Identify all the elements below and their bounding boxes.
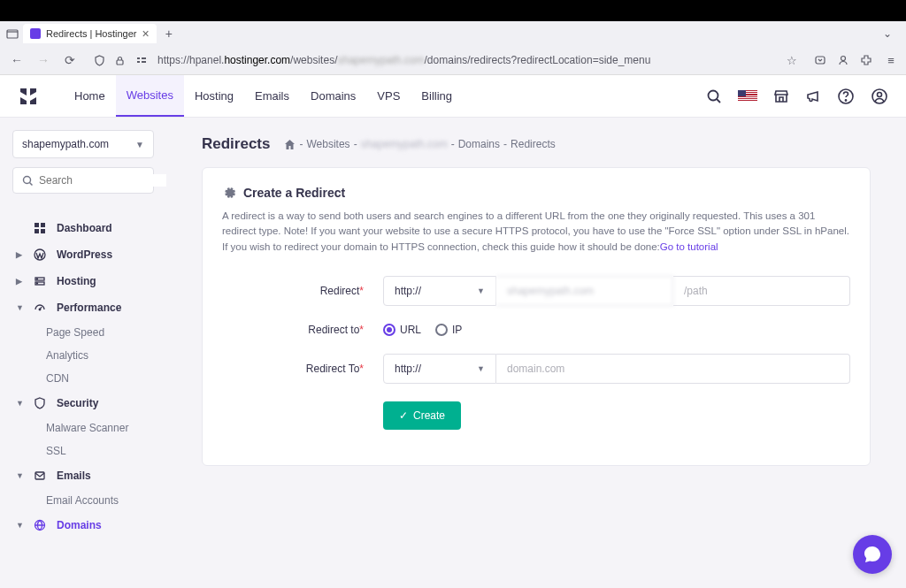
- nav-emails[interactable]: Emails: [244, 75, 300, 117]
- menu-icon[interactable]: ≡: [883, 54, 899, 67]
- redirect-label: Redirect*: [222, 285, 383, 297]
- svg-point-21: [37, 279, 38, 279]
- svg-point-23: [39, 309, 41, 310]
- dashboard-icon: [34, 222, 48, 234]
- hosting-icon: [34, 275, 48, 287]
- collapse-icon: ▼: [16, 521, 25, 530]
- redirect-path-input[interactable]: /path: [673, 276, 850, 306]
- svg-rect-1: [117, 60, 123, 65]
- new-tab-button[interactable]: +: [160, 27, 178, 41]
- svg-point-10: [845, 99, 846, 100]
- bookmark-icon[interactable]: ☆: [784, 54, 800, 67]
- radio-url[interactable]: URL: [383, 324, 421, 336]
- profile-icon[interactable]: [871, 88, 888, 105]
- performance-icon: [34, 302, 48, 314]
- create-redirect-card: Create a Redirect A redirect is a way to…: [202, 167, 871, 466]
- redirect-domain-input[interactable]: shapemypath.com: [496, 276, 673, 306]
- wordpress-icon: [34, 248, 48, 261]
- search-icon[interactable]: [706, 88, 722, 104]
- permissions-icon[interactable]: [136, 55, 152, 65]
- svg-rect-2: [137, 57, 140, 59]
- svg-rect-24: [35, 472, 44, 479]
- collapse-icon: ▼: [16, 399, 25, 408]
- search-input[interactable]: [39, 174, 166, 187]
- browser-tab[interactable]: Redirects | Hostinger ×: [23, 24, 157, 43]
- radio-ip[interactable]: IP: [435, 324, 462, 336]
- nav-hosting[interactable]: Hosting: [184, 75, 244, 117]
- tab-title: Redirects | Hostinger: [46, 28, 137, 39]
- sidebar-malware[interactable]: Malware Scanner: [12, 416, 154, 439]
- svg-rect-15: [41, 223, 45, 227]
- chevron-down-icon: ▼: [477, 286, 485, 295]
- redirect-to-type-label: Redirect to*: [222, 324, 383, 336]
- create-button[interactable]: ✓ Create: [383, 401, 461, 430]
- hostinger-logo[interactable]: [18, 86, 39, 107]
- sidebar-email-accounts[interactable]: Email Accounts: [12, 489, 154, 512]
- window-icon[interactable]: [5, 27, 19, 41]
- sidebar-wordpress[interactable]: ▶ WordPress: [12, 241, 154, 268]
- nav-websites[interactable]: Websites: [116, 75, 184, 117]
- tab-close-icon[interactable]: ×: [142, 27, 150, 41]
- mail-icon: [34, 470, 48, 482]
- page-title: Redirects: [202, 135, 270, 153]
- collapse-icon: ▼: [16, 303, 25, 312]
- svg-rect-5: [142, 61, 146, 63]
- expand-icon: ▶: [16, 250, 25, 259]
- sidebar-cdn[interactable]: CDN: [12, 367, 154, 390]
- store-icon[interactable]: [773, 88, 789, 104]
- redirect-to-protocol-select[interactable]: http:// ▼: [383, 354, 496, 384]
- home-icon[interactable]: [284, 139, 296, 150]
- svg-rect-17: [41, 229, 45, 233]
- check-icon: ✓: [399, 409, 408, 422]
- svg-point-12: [878, 92, 882, 96]
- svg-point-13: [24, 176, 31, 183]
- url-field[interactable]: https://hpanel.hostinger.com/websites/sh…: [87, 54, 807, 67]
- sidebar-security[interactable]: ▼ Security: [12, 390, 154, 416]
- account-icon[interactable]: [837, 54, 853, 66]
- chevron-down-icon: ▼: [477, 364, 485, 373]
- sidebar-performance[interactable]: ▼ Performance: [12, 294, 154, 321]
- extensions-icon[interactable]: [860, 54, 876, 66]
- sidebar-emails[interactable]: ▼ Emails: [12, 462, 154, 489]
- svg-point-7: [841, 57, 846, 61]
- svg-rect-6: [816, 57, 825, 64]
- reload-button[interactable]: ⟳: [60, 53, 80, 67]
- chevron-down-icon: ▼: [135, 140, 144, 149]
- nav-vps[interactable]: VPS: [366, 75, 411, 117]
- redirect-to-domain-input[interactable]: domain.com: [496, 354, 850, 384]
- sidebar-hosting[interactable]: ▶ Hosting: [12, 268, 154, 294]
- nav-billing[interactable]: Billing: [411, 75, 463, 117]
- help-icon[interactable]: [837, 88, 855, 105]
- svg-point-22: [37, 283, 38, 284]
- nav-domains[interactable]: Domains: [300, 75, 366, 117]
- site-selector[interactable]: shapemypath.com ▼: [12, 130, 154, 158]
- shield-icon[interactable]: [94, 55, 110, 66]
- sidebar-ssl[interactable]: SSL: [12, 439, 154, 462]
- sidebar-domains[interactable]: ▼ Domains: [12, 512, 154, 538]
- pocket-icon[interactable]: [814, 54, 830, 66]
- url-text: https://hpanel.hostinger.com/websites/sh…: [157, 54, 779, 66]
- sidebar-analytics[interactable]: Analytics: [12, 344, 154, 367]
- expand-icon: ▶: [16, 277, 25, 286]
- svg-rect-14: [35, 223, 39, 227]
- chat-button[interactable]: [853, 535, 892, 574]
- tutorial-link[interactable]: Go to tutorial: [660, 241, 718, 252]
- search-icon: [22, 175, 34, 187]
- lock-icon[interactable]: [115, 56, 131, 65]
- sidebar-dashboard[interactable]: Dashboard: [12, 215, 154, 241]
- globe-icon: [34, 519, 48, 531]
- sidebar-pagespeed[interactable]: Page Speed: [12, 321, 154, 344]
- back-button[interactable]: ←: [7, 53, 27, 67]
- sidebar-search[interactable]: [12, 167, 154, 194]
- tabs-dropdown-icon[interactable]: ⌄: [883, 27, 892, 40]
- card-description: A redirect is a way to send both users a…: [222, 209, 850, 255]
- tab-favicon: [30, 28, 41, 39]
- language-flag[interactable]: [738, 90, 757, 103]
- redirect-protocol-select[interactable]: http:// ▼: [383, 276, 496, 306]
- gear-icon: [222, 186, 236, 200]
- svg-rect-4: [142, 57, 146, 59]
- collapse-icon: ▼: [16, 471, 25, 480]
- card-title-text: Create a Redirect: [243, 186, 345, 200]
- announcements-icon[interactable]: [805, 88, 821, 104]
- nav-home[interactable]: Home: [64, 75, 116, 117]
